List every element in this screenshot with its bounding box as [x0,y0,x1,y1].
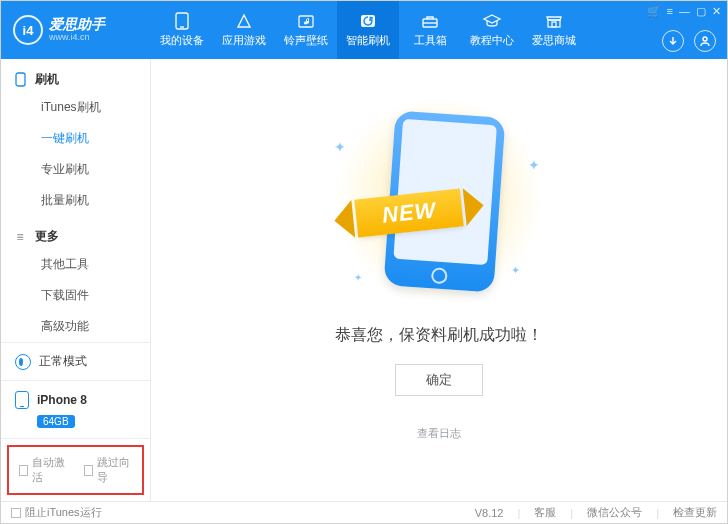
group-label: 更多 [35,228,59,245]
toolbox-icon [420,12,440,30]
phone-small-icon [13,72,27,87]
support-link[interactable]: 客服 [534,505,556,520]
checkbox-label: 跳过向导 [97,455,132,485]
cart-icon[interactable]: 🛒 [647,5,661,18]
minimize-button[interactable]: — [679,5,690,17]
checkbox-icon [84,465,93,476]
device-mode-row[interactable]: 正常模式 [1,343,150,381]
store-icon [544,12,564,30]
app-logo: i4 爱思助手 www.i4.cn [1,1,151,59]
confirm-button[interactable]: 确定 [395,364,483,396]
svg-rect-7 [552,22,556,27]
checkbox-auto-activate[interactable]: 自动激活 [19,455,68,485]
group-label: 刷机 [35,71,59,88]
nav-tutorials[interactable]: 教程中心 [461,1,523,59]
refresh-icon [358,12,378,30]
sidebar-item-download-firmware[interactable]: 下载固件 [1,280,150,311]
app-url: www.i4.cn [49,33,105,43]
menu-icon[interactable]: ≡ [667,5,673,17]
maximize-button[interactable]: ▢ [696,5,706,18]
graduation-icon [482,12,502,30]
device-small-icon [15,391,29,409]
list-icon: ≡ [13,230,27,244]
checkbox-skip-wizard[interactable]: 跳过向导 [84,455,133,485]
app-name: 爱思助手 [49,17,105,32]
close-button[interactable]: ✕ [712,5,721,18]
nav-my-device[interactable]: 我的设备 [151,1,213,59]
sidebar-group-flash[interactable]: 刷机 [1,67,150,92]
checkbox-icon [19,465,28,476]
post-flash-options: 自动激活 跳过向导 [7,445,144,495]
top-nav: 我的设备 应用游戏 铃声壁纸 智能刷机 工具箱 [151,1,585,59]
main-content: ✦✦✦✦ NEW 恭喜您，保资料刷机成功啦！ 确定 查看日志 [151,59,727,501]
svg-rect-6 [548,20,560,27]
nav-label: 工具箱 [414,33,447,48]
mode-label: 正常模式 [39,353,87,370]
svg-rect-9 [16,73,25,86]
nav-label: 教程中心 [470,33,514,48]
apps-icon [234,12,254,30]
logo-icon: i4 [13,15,43,45]
device-icon [172,12,192,30]
check-update-link[interactable]: 检查更新 [673,505,717,520]
sidebar-item-other-tools[interactable]: 其他工具 [1,249,150,280]
checkbox-block-itunes[interactable]: 阻止iTunes运行 [11,505,102,520]
checkbox-icon [11,508,21,518]
nav-smart-flash[interactable]: 智能刷机 [337,1,399,59]
nav-ringtone-wallpaper[interactable]: 铃声壁纸 [275,1,337,59]
sidebar-item-advanced[interactable]: 高级功能 [1,311,150,342]
wechat-link[interactable]: 微信公众号 [587,505,642,520]
svg-point-8 [703,37,707,41]
nav-label: 智能刷机 [346,33,390,48]
checkbox-label: 阻止iTunes运行 [25,505,102,520]
connected-device[interactable]: iPhone 8 64GB [1,381,150,439]
checkbox-label: 自动激活 [32,455,67,485]
nav-apps-games[interactable]: 应用游戏 [213,1,275,59]
nav-label: 爱思商城 [532,33,576,48]
status-bar: 阻止iTunes运行 V8.12 | 客服 | 微信公众号 | 检查更新 [1,501,727,523]
nav-label: 铃声壁纸 [284,33,328,48]
success-illustration: ✦✦✦✦ NEW [314,99,564,299]
sidebar-item-oneclick-flash[interactable]: 一键刷机 [1,123,150,154]
version-label: V8.12 [475,507,504,519]
nav-toolbox[interactable]: 工具箱 [399,1,461,59]
sidebar-item-itunes-flash[interactable]: iTunes刷机 [1,92,150,123]
nav-store[interactable]: 爱思商城 [523,1,585,59]
download-button[interactable] [662,30,684,52]
nav-label: 应用游戏 [222,33,266,48]
sidebar: 刷机 iTunes刷机 一键刷机 专业刷机 批量刷机 ≡ 更多 其他工具 下载固… [1,59,151,501]
sidebar-group-more[interactable]: ≡ 更多 [1,224,150,249]
title-bar: i4 爱思助手 www.i4.cn 我的设备 应用游戏 铃声壁纸 [1,1,727,59]
nav-label: 我的设备 [160,33,204,48]
note-icon [296,12,316,30]
success-message: 恭喜您，保资料刷机成功啦！ [335,325,543,346]
sidebar-item-pro-flash[interactable]: 专业刷机 [1,154,150,185]
view-log-link[interactable]: 查看日志 [417,426,461,441]
sidebar-item-batch-flash[interactable]: 批量刷机 [1,185,150,216]
storage-badge: 64GB [37,415,75,428]
device-name: iPhone 8 [37,393,87,407]
mode-icon [15,354,31,370]
user-button[interactable] [694,30,716,52]
